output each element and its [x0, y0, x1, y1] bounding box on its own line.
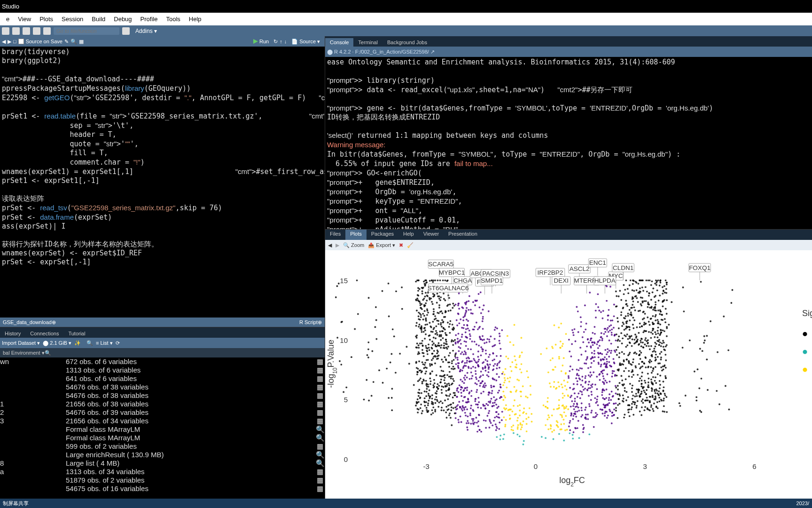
- env-row[interactable]: a1313 obs. of 34 variables▦: [0, 468, 325, 476]
- memory-indicator[interactable]: ⬤ 2.1 GiB ▾: [43, 340, 71, 346]
- env-row[interactable]: Formal class MArrayLM🔍: [0, 434, 325, 442]
- svg-point-1683: [588, 403, 590, 405]
- find-icon[interactable]: 🔍: [70, 39, 77, 45]
- env-row[interactable]: Large enrichResult ( 130.9 MB)🔍: [0, 451, 325, 459]
- tab-viewer[interactable]: Viewer: [419, 230, 444, 240]
- svg-point-1114: [654, 345, 656, 347]
- tab-terminal[interactable]: Terminal: [353, 38, 383, 47]
- new-project-icon[interactable]: [12, 27, 20, 35]
- clear-plots-icon[interactable]: 🧹: [407, 242, 414, 248]
- env-row[interactable]: 254676 obs. of 39 variables▦: [0, 408, 325, 417]
- tab-files[interactable]: Files: [325, 230, 345, 240]
- svg-point-607: [609, 365, 611, 366]
- svg-point-2102: [421, 327, 422, 329]
- tab-history[interactable]: History: [0, 329, 25, 338]
- save-icon[interactable]: [33, 27, 40, 35]
- svg-point-1828: [632, 358, 634, 360]
- menu-item[interactable]: Debug: [109, 16, 136, 23]
- print-icon[interactable]: [43, 27, 51, 35]
- compile-icon[interactable]: ▦: [79, 39, 84, 45]
- svg-point-711: [617, 385, 619, 387]
- env-row[interactable]: 51879 obs. of 2 variables▦: [0, 476, 325, 484]
- svg-point-1947: [550, 428, 552, 429]
- wand-icon[interactable]: ✎: [64, 39, 69, 45]
- import-dataset-dropdown[interactable]: Import Dataset ▾: [2, 340, 40, 346]
- forward-icon[interactable]: ▶: [8, 39, 11, 45]
- svg-point-2006: [437, 312, 438, 314]
- menu-item[interactable]: Profile: [136, 16, 162, 23]
- env-row[interactable]: 1313 obs. of 6 variables▦: [0, 366, 325, 374]
- svg-point-1791: [638, 310, 640, 312]
- menu-item[interactable]: Tools: [162, 16, 184, 23]
- menu-item[interactable]: Build: [87, 16, 109, 23]
- export-dropdown[interactable]: 📤 Export ▾: [368, 242, 395, 248]
- refresh-icon[interactable]: ⟳: [116, 340, 120, 346]
- svg-point-1012: [572, 437, 574, 439]
- goto-file-input[interactable]: [54, 27, 119, 35]
- svg-point-1246: [649, 359, 651, 361]
- plot-next-icon[interactable]: ▶: [336, 242, 339, 248]
- svg-point-1290: [426, 409, 428, 411]
- svg-point-664: [615, 306, 617, 308]
- list-view-dropdown[interactable]: ≡ List ▾: [96, 340, 113, 346]
- svg-point-2161: [423, 315, 425, 317]
- grid-icon[interactable]: [122, 27, 130, 35]
- menu-item[interactable]: Session: [57, 16, 87, 23]
- env-row[interactable]: 121656 obs. of 38 variables▦: [0, 400, 325, 408]
- tab-background-jobs[interactable]: Background Jobs: [383, 38, 432, 47]
- search-icon[interactable]: 🔍: [86, 340, 93, 346]
- source-button[interactable]: 📄 Source ▾: [289, 39, 323, 45]
- env-row[interactable]: 54676 obs. of 38 variables▦: [0, 391, 325, 400]
- tab-connections[interactable]: Connections: [25, 329, 63, 338]
- env-row[interactable]: wn672 obs. of 6 variables▦: [0, 357, 325, 366]
- menu-item[interactable]: View: [14, 16, 35, 23]
- menu-item[interactable]: Plots: [35, 16, 57, 23]
- svg-point-1110: [619, 340, 621, 342]
- rerun-icon[interactable]: ↻: [273, 39, 278, 45]
- show-icon[interactable]: □: [13, 39, 16, 44]
- env-row[interactable]: 641 obs. of 6 variables▦: [0, 374, 325, 383]
- tab-help[interactable]: Help: [398, 230, 419, 240]
- env-row[interactable]: 54676 obs. of 38 variables▦: [0, 383, 325, 391]
- console-output[interactable]: ease Ontology Semantic and Enrichment an…: [325, 57, 812, 229]
- run-button[interactable]: Run: [250, 39, 272, 44]
- plot-prev-icon[interactable]: ◀: [328, 242, 332, 248]
- svg-point-1296: [446, 334, 448, 336]
- remove-plot-icon[interactable]: ✖: [399, 242, 403, 248]
- env-scope-dropdown[interactable]: bal Environment ▾: [3, 350, 45, 356]
- env-row[interactable]: 599 obs. of 2 variables▦: [0, 442, 325, 451]
- env-row[interactable]: 54675 obs. of 16 variables▦: [0, 484, 325, 493]
- tab-console[interactable]: Console: [325, 38, 353, 47]
- menu-item[interactable]: Help: [185, 16, 206, 23]
- open-file-icon[interactable]: [23, 27, 30, 35]
- env-search-input[interactable]: [54, 349, 322, 357]
- svg-point-217: [664, 321, 666, 323]
- svg-point-1662: [425, 279, 427, 281]
- svg-point-388: [453, 368, 454, 370]
- down-icon[interactable]: ↓: [284, 39, 287, 44]
- source-on-save-checkbox[interactable]: [18, 39, 24, 44]
- tab-packages[interactable]: Packages: [367, 230, 398, 240]
- up-icon[interactable]: ↑: [280, 39, 282, 44]
- env-row[interactable]: Formal class MArrayLM🔍: [0, 425, 325, 434]
- new-file-icon[interactable]: [2, 27, 9, 35]
- tab-plots[interactable]: Plots: [345, 230, 366, 240]
- env-list[interactable]: wn672 obs. of 6 variables▦1313 obs. of 6…: [0, 357, 325, 499]
- broom-icon[interactable]: ✨: [74, 340, 81, 346]
- env-row[interactable]: 321656 obs. of 34 variables▦: [0, 417, 325, 425]
- r-version-label[interactable]: ⬤ R 4.2.2 · F:/002_G_in_Action/GSE22598/…: [327, 49, 435, 55]
- env-row[interactable]: 8Large list ( 4 MB)🔍: [0, 459, 325, 468]
- zoom-button[interactable]: 🔍 Zoom: [343, 242, 364, 248]
- menu-item[interactable]: e: [2, 16, 14, 23]
- svg-point-1379: [496, 436, 498, 438]
- svg-point-378: [607, 327, 609, 329]
- svg-point-128: [562, 419, 564, 421]
- svg-point-2022: [588, 381, 590, 383]
- function-navigator[interactable]: GSE_data_download: [3, 319, 52, 325]
- tab-presentation[interactable]: Presentation: [444, 230, 482, 240]
- svg-point-915: [517, 417, 519, 419]
- tab-tutorial[interactable]: Tutorial: [63, 329, 90, 338]
- code-editor[interactable]: brary(tidyverse) brary(ggplot2) "cmt">##…: [0, 47, 325, 318]
- back-icon[interactable]: ◀: [2, 39, 6, 45]
- addins-dropdown[interactable]: Addins ▾: [133, 28, 160, 34]
